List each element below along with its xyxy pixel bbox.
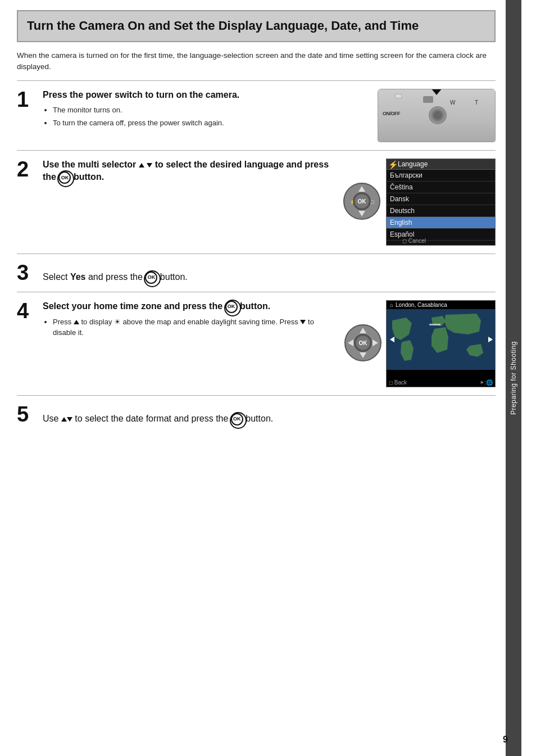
- language-cancel: ◻ Cancel: [402, 238, 426, 244]
- step-5-title: Use to select the date format and press …: [43, 413, 273, 425]
- ok-button-icon-3: OK: [145, 271, 157, 284]
- svg-text:OK: OK: [358, 198, 367, 205]
- t-label: T: [475, 99, 478, 106]
- step-2-title-prefix: Use the multi selector: [43, 160, 139, 169]
- ok-button-icon-4: OK: [225, 301, 238, 313]
- map-screen: ⌂ London, Casablanca: [386, 300, 496, 387]
- lang-item-dansk: Dansk: [387, 193, 495, 205]
- flash: [395, 94, 402, 98]
- step-1-bullets: The monitor turns on. To turn the camera…: [53, 105, 369, 128]
- step-3-yes: Yes: [70, 272, 86, 282]
- step-5-end: button.: [246, 414, 273, 423]
- page-wrapper: Turn the Camera On and Set the Display L…: [0, 0, 536, 756]
- step-1: 1 Press the power switch to turn on the …: [17, 80, 496, 150]
- cancel-icon: ◻: [402, 238, 407, 244]
- step-1-number: 1: [17, 89, 37, 110]
- step-2-number: 2: [17, 159, 37, 180]
- map-footer: ◻ Back ☀:🌐: [387, 379, 495, 386]
- language-header: Language: [387, 159, 495, 170]
- step-4-title-end: button.: [240, 301, 270, 311]
- step-3-title: Select Yes and press the OK button.: [43, 271, 188, 284]
- world-map-svg: [387, 309, 495, 370]
- ok-button-icon: OK: [58, 171, 71, 184]
- step-5-prefix: Use: [43, 414, 61, 423]
- map-header: ⌂ London, Casablanca: [387, 301, 495, 309]
- step-1-bullet-2: To turn the camera off, press the power …: [53, 117, 369, 129]
- step-1-text: Press the power switch to turn on the ca…: [43, 89, 369, 130]
- step-4-bullets: Press to display ☀ above the map and ena…: [53, 316, 334, 338]
- arrow-down-5: [67, 417, 72, 422]
- step-5-number: 5: [17, 404, 37, 425]
- arrow-up-icon: [139, 163, 144, 168]
- w-label: W: [450, 99, 455, 106]
- step-1-title: Press the power switch to turn on the ca…: [43, 89, 369, 101]
- map-location: London, Casablanca: [396, 302, 447, 308]
- sidebar-tab: Preparing for Shooting: [506, 0, 521, 756]
- step-2-text: Use the multi selector to select the des…: [43, 159, 333, 187]
- svg-rect-17: [429, 324, 440, 325]
- arrow-up-5: [61, 417, 67, 422]
- step-1-image: ON/OFF W T: [378, 89, 496, 142]
- step-2-controls: ⚡ ◻ OK ⚡: [342, 159, 496, 246]
- step-3-end: button.: [160, 272, 188, 282]
- step-1-content: Press the power switch to turn on the ca…: [43, 89, 496, 142]
- map-body: [387, 309, 495, 371]
- main-content: Turn the Camera On and Set the Display L…: [0, 0, 506, 756]
- arrow-down-small: [300, 320, 306, 324]
- camera-top-diagram: ON/OFF W T: [378, 89, 496, 142]
- title-box: Turn the Camera On and Set the Display L…: [17, 10, 496, 42]
- step-2-content: Use the multi selector to select the des…: [43, 159, 496, 246]
- map-dst-label: ☀:🌐: [479, 379, 493, 386]
- step-4-text: Select your home time zone and press the…: [43, 300, 334, 340]
- step-2-title: Use the multi selector to select the des…: [43, 159, 333, 184]
- step-5: 5 Use to select the date format and pres…: [17, 395, 496, 433]
- svg-text:◻: ◻: [370, 199, 374, 205]
- step-4-body: Select your home time zone and press the…: [43, 300, 496, 387]
- lang-item-bulgarian: Български: [387, 170, 495, 182]
- language-screen: ⚡ Language Български Čeština Dansk Deuts…: [386, 159, 496, 246]
- lens: [429, 106, 447, 124]
- back-icon: ◻: [389, 380, 393, 386]
- step-2: 2 Use the multi selector to select the d…: [17, 150, 496, 253]
- step-4-title-text: Select your home time zone and press the: [43, 301, 222, 311]
- lang-item-english: English: [387, 217, 495, 229]
- step-1-bullet-1: The monitor turns on.: [53, 105, 369, 116]
- step-2-body: Use the multi selector to select the des…: [43, 159, 496, 246]
- wt-label: W T: [450, 99, 478, 106]
- ok-selector-svg-4: OK: [343, 323, 383, 363]
- step-4-content: Select your home time zone and press the…: [43, 300, 496, 387]
- map-home-icon: ⌂: [390, 302, 393, 308]
- viewfinder: [423, 96, 433, 103]
- step-3: 3 Select Yes and press the OK button.: [17, 253, 496, 292]
- step-2-title-end: button.: [74, 172, 104, 182]
- step-3-number: 3: [17, 262, 37, 283]
- svg-text:OK: OK: [359, 340, 368, 346]
- step-5-suffix: to select the date format and press the: [72, 414, 229, 423]
- cancel-label: Cancel: [408, 238, 426, 244]
- step-4-number: 4: [17, 300, 37, 322]
- ok-selector-step2: ⚡ ◻ OK: [342, 182, 381, 223]
- language-icon: ⚡: [388, 160, 398, 169]
- lang-item-deutsch: Deutsch: [387, 205, 495, 217]
- step-4-title: Select your home time zone and press the…: [43, 300, 334, 313]
- sidebar-label: Preparing for Shooting: [510, 341, 517, 415]
- arrow-down-icon: [147, 163, 152, 168]
- power-arrow: [431, 89, 442, 95]
- ok-selector-svg: ⚡ ◻ OK: [342, 182, 381, 221]
- page-title: Turn the Camera On and Set the Display L…: [27, 18, 485, 34]
- ok-button-icon-5: OK: [231, 413, 243, 425]
- on-off-label: ON/OFF: [383, 111, 400, 116]
- lang-item-cestina: Čeština: [387, 182, 495, 193]
- ok-selector-step4: OK: [343, 323, 383, 364]
- step-3-suffix: and press the: [86, 272, 143, 282]
- intro-text: When the camera is turned on for the fir…: [17, 50, 496, 73]
- step-1-body: Press the power switch to turn on the ca…: [43, 89, 496, 142]
- map-back-label: ◻ Back: [389, 379, 407, 386]
- step-3-prefix: Select: [43, 272, 70, 282]
- arrow-up-small: [74, 320, 79, 324]
- step-4-bullet: Press to display ☀ above the map and ena…: [53, 316, 334, 338]
- language-list: Български Čeština Dansk Deutsch English …: [387, 170, 495, 241]
- page-number: 9: [503, 735, 508, 745]
- step-4: 4 Select your home time zone and press t…: [17, 292, 496, 395]
- step-4-controls: OK ⌂ London, Casablanca: [343, 300, 496, 387]
